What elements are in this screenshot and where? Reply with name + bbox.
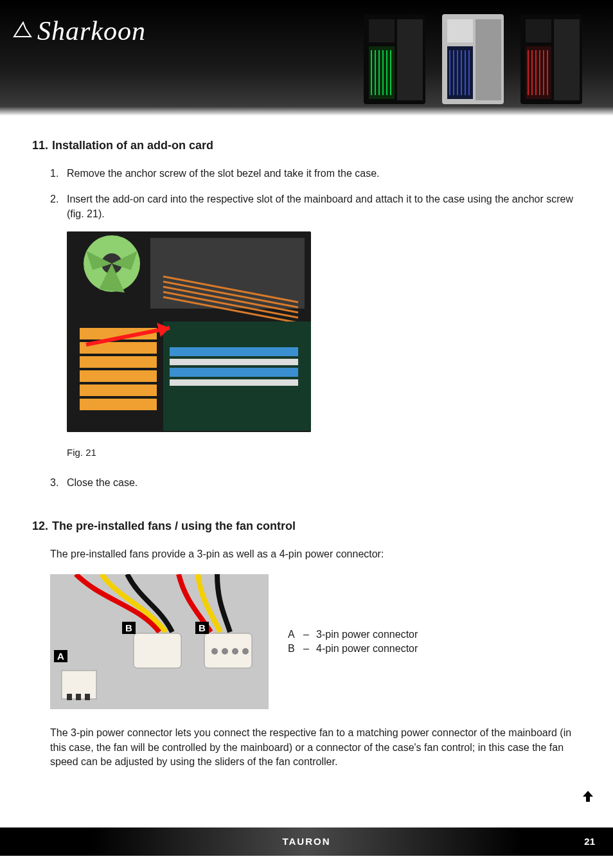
section-12-body: The 3-pin power connector lets you conne… [32,726,581,769]
page-footer: TAURON 21 [0,827,613,856]
svg-rect-1 [369,19,395,42]
svg-rect-57 [134,633,181,668]
label-b-2: B [195,622,209,634]
legend-key: A [288,628,303,642]
svg-point-61 [232,648,238,655]
section-number: 11. [32,139,48,152]
svg-rect-33 [150,238,305,309]
step-text: Close the case. [67,476,581,490]
section-11-heading: 11. Installation of an add-on card [32,139,581,152]
brand-logo: Sharkoon [12,15,146,46]
label-a: A [54,650,67,662]
svg-rect-54 [67,694,72,700]
svg-rect-21 [526,19,551,42]
svg-rect-47 [80,370,157,382]
page-number: 21 [584,836,595,847]
arrow-up-icon [581,789,595,803]
svg-rect-19 [475,19,501,100]
legend-row-a: A – 3-pin power connector [288,628,418,642]
scroll-top-link[interactable] [581,789,595,805]
svg-rect-56 [85,694,90,700]
svg-rect-29 [554,19,580,100]
legend-row-b: B – 4-pin power connector [288,642,418,656]
shark-fin-icon [12,20,33,42]
section-title: The pre-installed fans / using the fan c… [52,520,296,533]
step-text: Insert the add-on card into the respecti… [67,194,573,219]
step-number: 1. [50,167,67,181]
svg-rect-42 [170,368,298,377]
product-case-green [359,12,431,108]
page-header: Sharkoon [0,0,613,116]
product-case-blue [437,12,509,108]
connector-image: A B B [50,574,269,709]
svg-point-62 [242,648,249,655]
connector-figure-row: A B B A – 3-pin power connector B – 4-pi… [32,574,581,709]
step-number: 3. [50,476,67,490]
legend-key: B [288,642,303,656]
figure-21: Fig. 21 [67,231,581,458]
connector-legend: A – 3-pin power connector B – 4-pin powe… [288,628,418,656]
step-3: 3. Close the case. [50,476,581,490]
footer-product: TAURON [282,836,330,847]
page-content: 11. Installation of an add-on card 1. Re… [0,116,613,795]
section-11-steps: 1. Remove the anchor screw of the slot b… [32,167,581,490]
svg-point-59 [211,648,218,655]
product-case-red [515,12,587,108]
svg-rect-48 [80,384,157,396]
section-title: Installation of an add-on card [52,139,213,152]
svg-rect-43 [170,379,298,386]
svg-rect-41 [170,359,298,365]
svg-rect-11 [447,19,473,42]
svg-rect-9 [397,19,423,100]
label-b-1: B [122,622,136,634]
svg-point-60 [222,648,228,655]
step-1: 1. Remove the anchor screw of the slot b… [50,167,581,181]
svg-rect-46 [80,356,157,368]
product-images [359,12,587,108]
legend-dash: – [303,642,316,656]
step-number: 2. [50,192,67,464]
svg-rect-49 [80,399,157,410]
figure-21-image [67,231,311,432]
step-text: Remove the anchor screw of the slot beze… [67,167,581,181]
legend-value: 4-pin power connector [316,642,418,656]
figure-caption: Fig. 21 [67,446,581,459]
section-number: 12. [32,520,48,533]
legend-value: 3-pin power connector [316,628,418,642]
section-12-intro: The pre-installed fans provide a 3-pin a… [32,547,581,561]
svg-rect-40 [170,347,298,356]
legend-dash: – [303,628,316,642]
section-12-heading: 12. The pre-installed fans / using the f… [32,520,581,533]
svg-rect-55 [76,694,81,700]
brand-name: Sharkoon [37,15,146,46]
step-2: 2. Insert the add-on card into the respe… [50,192,581,464]
